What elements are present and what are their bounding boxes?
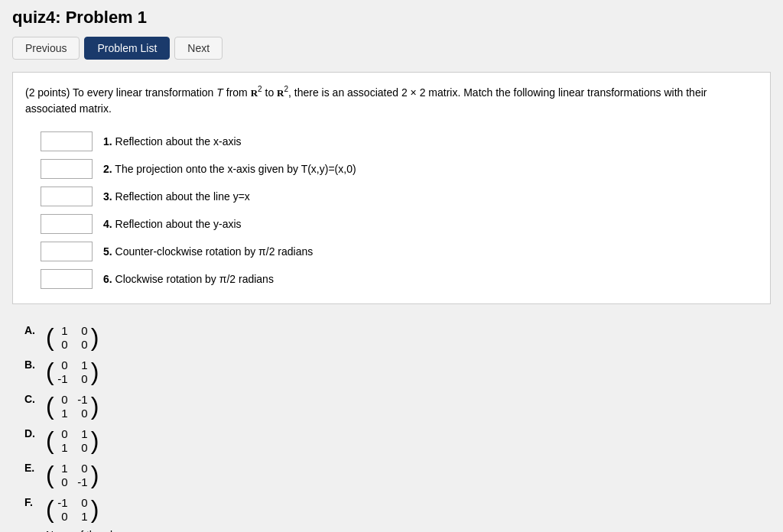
answer-label: B. <box>24 357 41 371</box>
item-label-4: 4. Reflection about the y-axis <box>99 210 362 238</box>
matching-row: 5. Counter-clockwise rotation by π/2 rad… <box>34 238 362 265</box>
answer-input-3[interactable] <box>41 187 93 206</box>
answer-label: F. <box>24 495 41 508</box>
answer-input-5[interactable] <box>41 242 93 261</box>
answer-label: G. <box>24 529 41 532</box>
item-label-1: 1. Reflection about the x-axis <box>99 128 362 155</box>
right-paren: ) <box>91 325 99 349</box>
previous-button[interactable]: Previous <box>12 37 80 60</box>
matching-row: 6. Clockwise rotation by π/2 radians <box>34 265 362 293</box>
item-label-6: 6. Clockwise rotation by π/2 radians <box>99 265 362 293</box>
right-paren: ) <box>91 394 99 418</box>
left-paren: ( <box>46 359 54 384</box>
matrix-cell: 0 <box>57 393 68 406</box>
matrix-cell: 0 <box>57 475 68 488</box>
matrix-cell: 0 <box>77 324 88 337</box>
matrix: (100-1) <box>46 460 99 490</box>
answer-row: D.(0110) <box>24 426 759 456</box>
question-intro: (2 points) To every linear transformatio… <box>25 83 758 117</box>
left-paren: ( <box>46 394 54 418</box>
answer-row: E.(100-1) <box>24 460 759 490</box>
matrix-grid: 0-110 <box>54 391 91 421</box>
next-button[interactable]: Next <box>174 37 223 60</box>
answer-input-cell-3[interactable] <box>34 183 99 210</box>
answer-label: D. <box>24 426 41 440</box>
answer-input-cell-2[interactable] <box>34 155 99 183</box>
matrix-grid: 01-10 <box>54 357 91 387</box>
matrix-cell: 0 <box>77 462 88 475</box>
item-label-3: 3. Reflection about the line y=x <box>99 183 362 210</box>
matrix-grid: 100-1 <box>54 460 91 490</box>
matrix: (0-110) <box>46 391 99 421</box>
answer-input-4[interactable] <box>41 214 93 234</box>
answer-label: E. <box>24 460 41 474</box>
matrix-cell: 1 <box>57 462 68 475</box>
matrix: (01-10) <box>46 357 99 387</box>
answers-section: A.(1000)B.(01-10)C.(0-110)D.(0110)E.(100… <box>12 316 771 532</box>
matrix-cell: 0 <box>77 407 88 420</box>
answer-input-cell-4[interactable] <box>34 210 99 238</box>
matrix-cell: 1 <box>77 510 88 523</box>
matrix-cell: 0 <box>77 372 88 385</box>
matrix-cell: 0 <box>57 510 68 523</box>
matrix-cell: 1 <box>57 324 68 337</box>
right-paren: ) <box>91 462 99 487</box>
matching-row: 1. Reflection about the x-axis <box>34 128 362 155</box>
matching-row: 3. Reflection about the line y=x <box>34 183 362 210</box>
matrix-cell: 1 <box>57 407 68 420</box>
item-label-5: 5. Counter-clockwise rotation by π/2 rad… <box>99 238 362 265</box>
matrix-cell: 0 <box>77 441 88 454</box>
right-paren: ) <box>91 497 99 521</box>
matrix-grid: -1001 <box>54 495 91 524</box>
matrix-cell: 0 <box>57 427 68 440</box>
answer-input-1[interactable] <box>41 131 93 151</box>
matrix-cell: 0 <box>57 358 68 371</box>
matrix: (0110) <box>46 426 99 456</box>
matching-row: 2. The projection onto the x-axis given … <box>34 155 362 183</box>
answer-text: None of the above <box>46 529 133 532</box>
question-box: (2 points) To every linear transformatio… <box>12 72 771 304</box>
page-title: quiz4: Problem 1 <box>12 8 771 28</box>
answer-input-6[interactable] <box>41 269 93 289</box>
answer-input-cell-5[interactable] <box>34 238 99 265</box>
answer-row: G.None of the above <box>24 529 759 532</box>
left-paren: ( <box>46 325 54 349</box>
problem-list-button[interactable]: Problem List <box>84 37 170 60</box>
matrix-cell: 0 <box>57 338 68 351</box>
answer-row: B.(01-10) <box>24 357 759 387</box>
matrix-cell: -1 <box>57 496 68 509</box>
matrix-cell: 0 <box>77 496 88 509</box>
right-paren: ) <box>91 428 99 453</box>
matrix-cell: 1 <box>57 441 68 454</box>
answer-row: A.(1000) <box>24 323 759 352</box>
answer-row: F.(-1001) <box>24 495 759 524</box>
matching-table: 1. Reflection about the x-axis 2. The pr… <box>34 128 362 293</box>
left-paren: ( <box>46 462 54 487</box>
answer-input-2[interactable] <box>41 159 93 179</box>
matrix: (-1001) <box>46 495 99 524</box>
matrix-grid: 1000 <box>54 323 91 352</box>
matrix-cell: -1 <box>77 393 88 406</box>
item-label-2: 2. The projection onto the x-axis given … <box>99 155 362 183</box>
right-paren: ) <box>91 359 99 384</box>
matrix-cell: 1 <box>77 427 88 440</box>
matrix-cell: 1 <box>77 358 88 371</box>
matrix: (1000) <box>46 323 99 352</box>
matrix-cell: -1 <box>57 372 68 385</box>
answer-label: A. <box>24 323 41 336</box>
answer-label: C. <box>24 391 41 405</box>
answer-input-cell-6[interactable] <box>34 265 99 293</box>
navigation-bar: Previous Problem List Next <box>12 37 771 60</box>
matrix-grid: 0110 <box>54 426 91 456</box>
matrix-cell: -1 <box>77 475 88 488</box>
left-paren: ( <box>46 497 54 521</box>
left-paren: ( <box>46 428 54 453</box>
matrix-cell: 0 <box>77 338 88 351</box>
answer-row: C.(0-110) <box>24 391 759 421</box>
matching-row: 4. Reflection about the y-axis <box>34 210 362 238</box>
answer-input-cell-1[interactable] <box>34 128 99 155</box>
